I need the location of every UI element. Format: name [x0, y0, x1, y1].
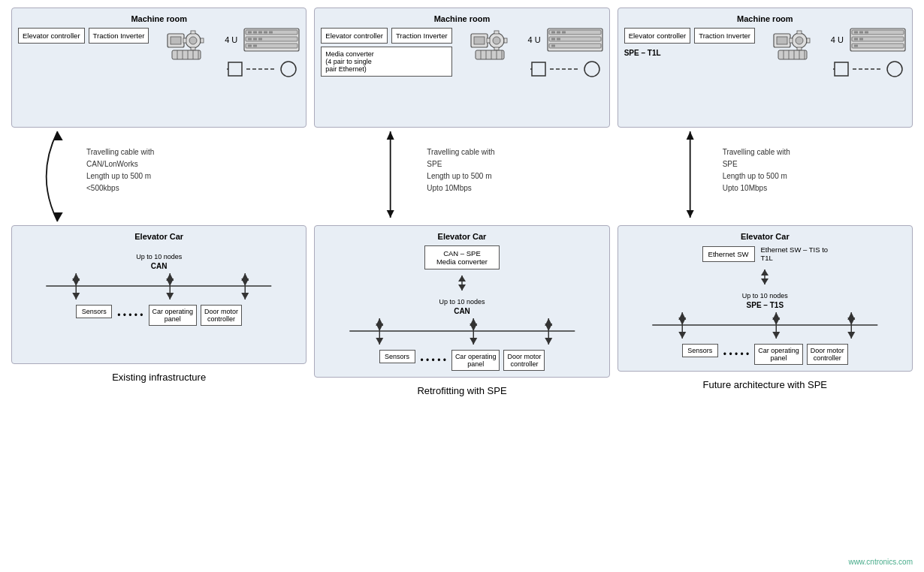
svg-marker-37	[73, 278, 80, 286]
circle-sym-1	[279, 60, 297, 78]
svg-rect-21	[264, 32, 267, 34]
svg-rect-54	[494, 31, 499, 34]
nodes-label-2: Up to 10 nodes	[328, 298, 596, 306]
svg-rect-72	[557, 38, 560, 41]
svg-marker-129	[686, 210, 693, 218]
svg-rect-7	[201, 38, 204, 43]
svg-marker-43	[242, 278, 249, 286]
svg-point-31	[281, 62, 296, 77]
can-label-2: CAN	[328, 307, 596, 315]
svg-marker-49	[242, 293, 249, 300]
dash-line-3	[853, 68, 883, 71]
rack-icon-1	[243, 28, 300, 52]
machine-room-title-3: Machine room	[624, 14, 906, 23]
eth-ann-line2: T1L	[761, 254, 829, 262]
four-u-label-3: 4 U	[831, 35, 844, 44]
svg-rect-6	[183, 38, 186, 43]
mc-line1: Media converter	[325, 50, 447, 58]
dmc3-line2: controller	[811, 354, 844, 362]
svg-rect-117	[852, 44, 904, 48]
svg-marker-40	[167, 278, 174, 286]
diagram-col-existing: Machine room Elevator controller Tractio…	[11, 8, 306, 396]
svg-rect-8	[172, 50, 201, 59]
svg-rect-101	[777, 37, 787, 44]
controllers-group-1: Elevator controller Traction Inverter	[18, 28, 149, 44]
cop3-line1: Car operating	[758, 347, 799, 354]
traction-inverter-1: Traction Inverter	[89, 28, 149, 44]
svg-rect-19	[253, 32, 257, 34]
machine-room-right-1: 4 U	[225, 28, 300, 78]
svg-marker-143	[847, 318, 855, 325]
connector-sym-3	[833, 61, 850, 77]
svg-rect-120	[865, 32, 868, 34]
svg-rect-25	[258, 38, 262, 41]
svg-point-127	[887, 62, 902, 77]
watermark: www.cntronics.com	[848, 558, 913, 566]
svg-marker-80	[387, 131, 394, 140]
rack-icon-3	[850, 28, 906, 52]
cop3-line2: panel	[758, 354, 799, 362]
sensors-box-2: Sensors	[379, 350, 415, 363]
rack-row-3: 4 U	[831, 28, 906, 52]
svg-point-103	[796, 37, 803, 44]
can-spe-converter-2: CAN – SPE Media converter	[424, 245, 500, 269]
bus-area-2: Up to 10 nodes CAN	[328, 298, 596, 346]
diagram-col-retrofitting: Machine room Elevator controller Tractio…	[314, 8, 609, 396]
svg-rect-122	[859, 38, 863, 41]
svg-marker-90	[470, 324, 477, 331]
cop2-line2: panel	[455, 360, 497, 368]
svg-rect-67	[549, 44, 601, 48]
elevator-controller-3: Elevator controller	[624, 28, 691, 44]
bottom-nodes-3: Sensors • • • • • Car operating panel Do…	[624, 344, 906, 365]
can-spe-line2: Media converter	[431, 257, 493, 266]
elevator-car-title-1: Elevator Car	[18, 232, 300, 241]
svg-marker-97	[470, 338, 477, 345]
svg-point-77	[584, 62, 599, 77]
controllers-group-2: Elevator controller Traction Inverter	[321, 28, 451, 44]
svg-marker-83	[458, 275, 466, 281]
can-label-1: CAN	[25, 262, 293, 270]
cable-arrow-3	[618, 128, 913, 225]
dmc3-line1: Door motor	[811, 347, 844, 354]
svg-rect-124	[835, 62, 848, 76]
svg-marker-137	[678, 318, 686, 325]
dots-3: • • • • •	[722, 349, 750, 360]
svg-rect-73	[551, 45, 555, 47]
svg-rect-24	[253, 38, 257, 41]
pulley-group-2	[530, 60, 601, 78]
svg-rect-68	[551, 32, 555, 34]
left-side-2: Elevator controller Traction Inverter Me…	[321, 28, 451, 77]
svg-marker-147	[772, 332, 780, 339]
door-motor-controller-2: Door motor controller	[503, 350, 545, 371]
svg-rect-107	[807, 38, 810, 43]
motor-icon-2	[470, 28, 511, 65]
bus-area-3: Up to 10 nodes SPE – T1S	[631, 292, 899, 340]
car-operating-panel-3: Car operating panel	[754, 344, 803, 365]
car-content-1: Up to 10 nodes CAN	[18, 245, 300, 326]
four-u-label-2: 4 U	[528, 35, 541, 44]
svg-rect-108	[778, 50, 807, 59]
bottom-nodes-1: Sensors • • • • • Car operating panel Do…	[18, 305, 300, 326]
circle-sym-3	[886, 60, 904, 78]
pulley-group-3	[833, 60, 904, 78]
left-side-3: Elevator controller Traction Inverter SP…	[624, 28, 755, 57]
traction-inverter-3: Traction Inverter	[694, 28, 755, 44]
machine-room-box-1: Machine room Elevator controller Tractio…	[11, 8, 306, 128]
cable-section-1: Travelling cable with CAN/LonWorks Lengt…	[11, 128, 306, 225]
svg-marker-93	[545, 324, 552, 331]
cop-label2-1: panel	[152, 315, 194, 323]
svg-marker-79	[387, 210, 394, 218]
dmc-label2-1: controller	[204, 315, 238, 323]
svg-rect-20	[258, 32, 262, 34]
ethernet-sw-annotation-3: Ethernet SW – TIS to T1L	[761, 245, 829, 262]
machine-room-box-3: Machine room Elevator controller Tractio…	[618, 8, 913, 128]
machine-room-box-2: Machine room Elevator controller Tractio…	[314, 8, 609, 128]
svg-marker-99	[545, 338, 552, 345]
svg-rect-104	[797, 31, 802, 34]
motor-icon-1	[166, 28, 207, 65]
svg-rect-22	[269, 32, 273, 34]
spe-t1s-label-3: SPE – T1S	[631, 301, 899, 309]
vert-line-3	[757, 269, 772, 284]
door-motor-controller-3: Door motor controller	[807, 344, 848, 365]
sensors-box-1: Sensors	[76, 305, 112, 318]
